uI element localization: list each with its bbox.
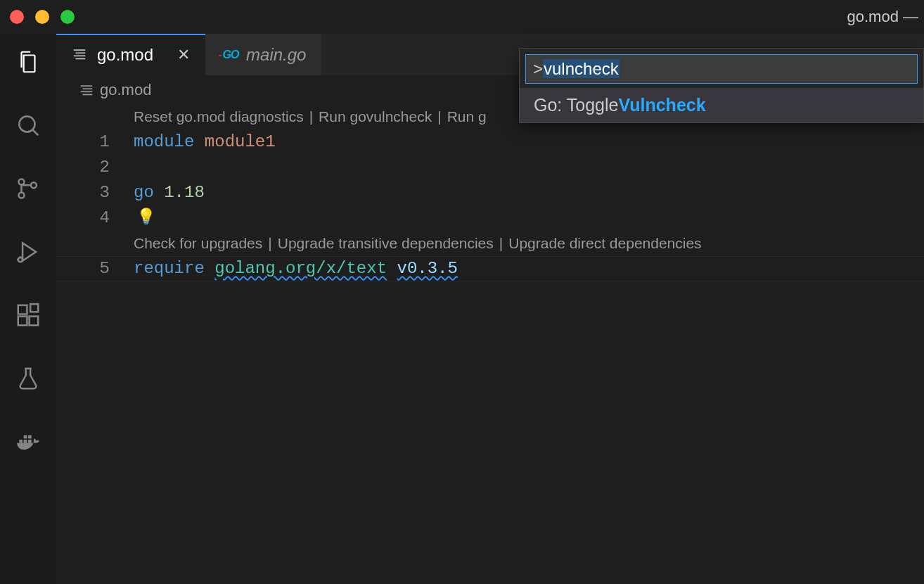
close-window-icon[interactable] bbox=[10, 10, 24, 24]
code-line[interactable]: go 1.18 bbox=[134, 180, 924, 205]
palette-item-text: Go: Toggle bbox=[534, 95, 618, 115]
go-file-icon: -GO bbox=[221, 47, 236, 63]
codelens-item[interactable]: Upgrade transitive dependencies bbox=[278, 231, 494, 256]
code-line[interactable]: 💡 bbox=[134, 205, 924, 231]
codelens-require[interactable]: Check for upgrades | Upgrade transitive … bbox=[134, 231, 924, 256]
command-palette-item[interactable]: Go: Toggle Vulncheck bbox=[520, 88, 923, 122]
code-line[interactable]: require golang.org/x/text v0.3.5 bbox=[134, 256, 924, 281]
codelens-item[interactable]: Check for upgrades bbox=[134, 231, 262, 256]
line-number: 2 bbox=[56, 155, 110, 180]
titlebar: go.mod — bbox=[0, 0, 924, 34]
svg-point-0 bbox=[19, 116, 34, 132]
svg-rect-11 bbox=[18, 317, 27, 326]
codelens-item[interactable]: Run govulncheck bbox=[319, 104, 432, 129]
window-title: go.mod — bbox=[847, 0, 925, 34]
svg-point-6 bbox=[18, 258, 23, 262]
svg-rect-18 bbox=[28, 436, 32, 439]
command-palette-input[interactable]: >vulncheck bbox=[525, 54, 918, 84]
code-line[interactable] bbox=[134, 155, 924, 180]
svg-point-4 bbox=[31, 182, 37, 188]
command-palette: >vulncheck Go: Toggle Vulncheck bbox=[519, 48, 924, 123]
svg-rect-10 bbox=[18, 305, 27, 315]
tab-main-go[interactable]: -GO main.go bbox=[205, 34, 321, 75]
close-icon[interactable]: ✕ bbox=[177, 46, 190, 64]
svg-point-2 bbox=[19, 179, 25, 185]
search-icon[interactable] bbox=[13, 110, 44, 141]
line-number: 3 bbox=[56, 180, 110, 205]
breadcrumb-file: go.mod bbox=[100, 81, 151, 99]
palette-query: vulncheck bbox=[543, 59, 620, 78]
code-line[interactable]: module module1 bbox=[134, 129, 924, 155]
line-number: 5 bbox=[56, 256, 110, 281]
svg-line-1 bbox=[32, 129, 38, 135]
svg-rect-14 bbox=[19, 440, 23, 443]
minimize-window-icon[interactable] bbox=[35, 10, 49, 24]
explorer-icon[interactable] bbox=[13, 46, 44, 77]
palette-prefix: > bbox=[533, 59, 543, 78]
tab-label: main.go bbox=[246, 45, 306, 65]
source-control-icon[interactable] bbox=[13, 173, 44, 204]
svg-rect-13 bbox=[30, 304, 38, 312]
svg-rect-17 bbox=[24, 436, 27, 439]
tab-go-mod[interactable]: go.mod ✕ bbox=[56, 34, 205, 75]
codelens-item[interactable]: Run g bbox=[447, 104, 487, 129]
tab-label: go.mod bbox=[97, 45, 153, 65]
run-debug-icon[interactable] bbox=[13, 236, 44, 267]
code-content[interactable]: Reset go.mod diagnostics | Run govulnche… bbox=[134, 104, 924, 584]
codelens-item[interactable]: Upgrade direct dependencies bbox=[508, 231, 701, 256]
svg-marker-5 bbox=[23, 243, 36, 260]
docker-icon[interactable] bbox=[13, 426, 44, 457]
svg-rect-16 bbox=[28, 440, 32, 443]
testing-icon[interactable] bbox=[13, 363, 44, 394]
svg-rect-12 bbox=[30, 317, 39, 326]
gutter: 1 2 3 4 5 bbox=[56, 104, 134, 584]
line-number: 1 bbox=[56, 129, 110, 155]
file-icon bbox=[72, 47, 87, 63]
editor-body[interactable]: 1 2 3 4 5 Reset go.mod diagnostics | Run… bbox=[56, 104, 924, 584]
maximize-window-icon[interactable] bbox=[60, 10, 75, 24]
lightbulb-icon[interactable]: 💡 bbox=[136, 205, 155, 231]
codelens-item[interactable]: Reset go.mod diagnostics bbox=[134, 104, 304, 129]
line-number: 4 bbox=[56, 205, 110, 231]
activity-bar bbox=[0, 34, 56, 584]
extensions-icon[interactable] bbox=[13, 300, 44, 331]
file-icon bbox=[79, 83, 93, 97]
traffic-lights bbox=[10, 10, 75, 24]
palette-item-match: Vulncheck bbox=[618, 95, 705, 115]
svg-rect-15 bbox=[24, 440, 27, 443]
svg-point-3 bbox=[19, 193, 25, 198]
